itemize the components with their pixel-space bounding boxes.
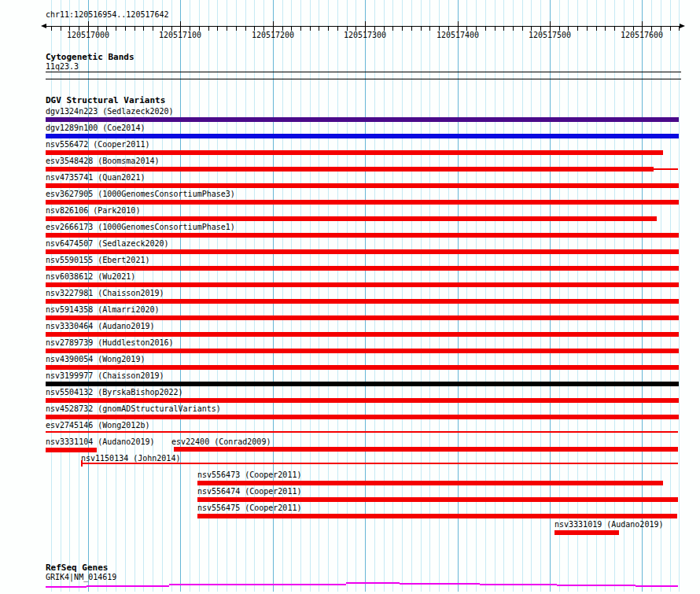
variant-label[interactable]: nsv3330464 (Audano2019): [46, 322, 154, 330]
gene-intron-line[interactable]: [557, 585, 636, 586]
variant-label[interactable]: nsv6474507 (Sedlazeck2020): [46, 239, 169, 248]
gene-intron-line[interactable]: [636, 585, 678, 587]
variant-label[interactable]: nsv556472 (Cooper2011): [46, 140, 149, 149]
variant-bar[interactable]: [46, 167, 654, 172]
variant-bar[interactable]: [46, 382, 679, 386]
variant-label[interactable]: nsv3331104 (Audano2019): [46, 437, 154, 446]
gene-intron-line[interactable]: [169, 584, 346, 585]
variant-label[interactable]: nsv2789739 (Huddleston2016): [46, 338, 174, 347]
variant-bar[interactable]: [46, 299, 679, 304]
variant-label[interactable]: nsv4528732 (gnomADStructuralVariants): [46, 404, 221, 413]
variant-label[interactable]: nsv4735741 (Quan2021): [46, 173, 145, 182]
variant-label[interactable]: nsv556473 (Cooper2011): [197, 470, 301, 479]
variant-label[interactable]: dgv1324n223 (Sedlazeck2020): [46, 107, 174, 116]
variant-bar[interactable]: [46, 365, 679, 370]
variant-bar[interactable]: [46, 233, 679, 238]
variant-label[interactable]: nsv1150134 (John2014): [81, 454, 180, 463]
variant-label[interactable]: esv3548428 (Boomsma2014): [46, 157, 160, 165]
variant-label[interactable]: nsv5504132 (ByrskaBishop2022): [46, 388, 183, 397]
variant-label[interactable]: esv2745146 (Wong2012b): [46, 421, 149, 430]
cytoband-label[interactable]: 11q23.3: [46, 62, 79, 71]
gene-intron-line[interactable]: [87, 585, 169, 587]
variant-bar[interactable]: [46, 117, 679, 122]
region-title: chr11:120516954..120517642: [46, 10, 169, 19]
variant-label[interactable]: nsv6038612 (Wu2021): [46, 272, 135, 281]
genome-browser-view: chr11:120516954..120517642 1205170001205…: [0, 0, 700, 594]
variant-bar[interactable]: [46, 448, 97, 452]
variant-bar[interactable]: [46, 183, 679, 188]
variant-bar[interactable]: [46, 200, 679, 205]
gene-intron-line[interactable]: [480, 584, 557, 585]
variant-bar[interactable]: [46, 332, 679, 337]
variant-label[interactable]: nsv5590155 (Ebert2021): [46, 256, 149, 264]
cytoband-bar[interactable]: [46, 72, 681, 79]
variant-bar[interactable]: [46, 315, 679, 320]
variant-bar[interactable]: [46, 415, 679, 419]
variant-bar[interactable]: [174, 447, 678, 452]
variant-bar[interactable]: [46, 349, 679, 353]
ruler-right-arrow-icon: [680, 24, 685, 28]
variant-bar[interactable]: [46, 216, 657, 221]
variant-bar[interactable]: [197, 514, 677, 518]
variant-label[interactable]: nsv3227981 (Chaisson2019): [46, 289, 164, 297]
cytobands-track-title: Cytogenetic Bands: [46, 53, 134, 61]
variant-bar[interactable]: [46, 282, 679, 287]
variant-bar[interactable]: [46, 150, 663, 155]
variant-bar[interactable]: [197, 497, 678, 502]
variant-bar[interactable]: [197, 481, 663, 485]
variant-label[interactable]: nsv4390054 (Wong2019): [46, 355, 145, 363]
variant-bar[interactable]: [554, 530, 619, 535]
gene-intron-line[interactable]: [346, 582, 400, 584]
gene-intron-line[interactable]: [46, 586, 87, 588]
variant-bar[interactable]: [46, 431, 678, 433]
ruler-tick-label: 120517500: [526, 31, 573, 39]
variant-bar[interactable]: [654, 168, 678, 170]
gene-label[interactable]: GRIK4|NM_014619: [46, 573, 116, 581]
ruler-tick-label: 120517600: [618, 31, 665, 39]
ruler-tick-label: 120517300: [341, 31, 389, 39]
variant-label[interactable]: nsv826106 (Park2010): [46, 206, 140, 215]
ruler-tick-label: 120517100: [157, 31, 204, 39]
variant-bar[interactable]: [46, 249, 679, 254]
variant-label[interactable]: esv3627905 (1000GenomesConsortiumPhase3): [46, 190, 235, 198]
ruler-left-arrow-icon: [41, 24, 46, 28]
variant-label[interactable]: nsv3331019 (Audano2019): [554, 520, 663, 529]
dgv-track-title: DGV Structural Variants: [46, 96, 165, 105]
variant-bar[interactable]: [46, 134, 679, 138]
variant-label[interactable]: esv22400 (Conrad2009): [171, 437, 271, 446]
variant-label[interactable]: nsv3199977 (Chaisson2019): [46, 371, 164, 380]
variant-bar[interactable]: [46, 266, 679, 271]
ruler-tick-label: 120517200: [249, 31, 297, 39]
refseq-track-title: RefSeq Genes: [46, 563, 108, 572]
variant-label[interactable]: nsv556475 (Cooper2011): [197, 504, 301, 512]
gene-intron-line[interactable]: [400, 583, 480, 585]
variant-label[interactable]: esv2666173 (1000GenomesConsortiumPhase1): [46, 223, 235, 231]
variant-label[interactable]: dgv1289n100 (Coe2014): [46, 124, 145, 132]
variant-label[interactable]: nsv556474 (Cooper2011): [197, 487, 301, 496]
variant-bar[interactable]: [46, 398, 679, 403]
variant-bar[interactable]: [81, 463, 678, 464]
variant-label[interactable]: nsv5914358 (Almarri2020): [46, 305, 160, 314]
ruler-tick-label: 120517000: [64, 31, 112, 39]
ruler-tick-label: 120517400: [434, 31, 481, 39]
